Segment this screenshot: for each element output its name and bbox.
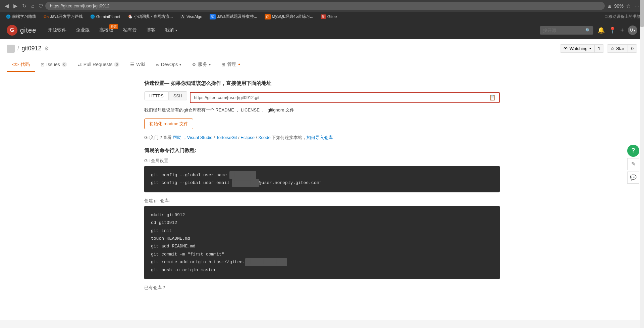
gitee-logo[interactable]: G gitee <box>7 25 36 36</box>
help-link[interactable]: 帮助 <box>173 135 181 140</box>
nav-university[interactable]: 高校版 特惠 <box>95 21 118 39</box>
code-init: git init <box>151 227 493 235</box>
tab-services[interactable]: ⚙ 服务 ▾ <box>186 58 216 72</box>
bookmark-mysql[interactable]: 商 MySQL经典45道练习... <box>262 13 316 20</box>
mobile-bookmarks[interactable]: □ 移动设备上的书签 <box>605 14 641 19</box>
scrollbar-thumb[interactable] <box>640 0 644 27</box>
proto-tab-https[interactable]: HTTPS <box>144 91 169 100</box>
tab-manage[interactable]: ⊞ 管理 • <box>216 58 246 72</box>
repo-tabs: </> 代码 ⊡ Issues 0 ⇄ Pull Requests 0 ☰ Wi… <box>7 58 637 72</box>
gitee-navbar: G gitee 开源软件 企业版 高校版 特惠 私有云 博客 我的 ▾ 🔍 🔔 … <box>0 21 644 39</box>
repo-title-row: / git0912 ⚙ 👁 Watching ▾ 1 ☆ Star <box>7 44 637 57</box>
question-mark-icon: ? <box>632 147 635 154</box>
bookmark-java-interview[interactable]: 知 Java面试题及答案整... <box>207 13 260 20</box>
devops-dropdown: ▾ <box>179 63 181 66</box>
repo-settings-icon[interactable]: ⚙ <box>44 45 49 52</box>
manage-icon: ⊞ <box>221 62 225 67</box>
grid-icon[interactable]: ⊞ <box>607 3 611 9</box>
repo-header: / git0912 ⚙ 👁 Watching ▾ 1 ☆ Star <box>0 39 644 72</box>
nav-private-label: 私有云 <box>123 27 137 33</box>
bookmark-icon: 🌐 <box>6 14 11 19</box>
devops-icon: ∞ <box>156 62 159 67</box>
more-icon[interactable]: ⋯ <box>633 3 641 9</box>
scrollbar[interactable] <box>640 0 644 320</box>
remote-url-redacted: ████████████████ <box>245 258 287 266</box>
tab-pulls[interactable]: ⇄ Pull Requests 0 <box>72 58 125 72</box>
user-avatar[interactable]: U ▾ <box>628 26 637 35</box>
init-readme-button[interactable]: 初始化 readme 文件 <box>144 119 193 129</box>
wiki-icon: ☰ <box>130 62 135 67</box>
repo-url-input[interactable] <box>194 95 489 100</box>
watch-btn-main[interactable]: 👁 Watching ▾ <box>560 45 595 52</box>
gitee-logo-circle: G <box>7 25 17 36</box>
watch-dropdown-icon: ▾ <box>589 47 591 50</box>
watch-count[interactable]: 1 <box>595 45 604 52</box>
nav-opensource-label: 开源软件 <box>48 27 66 33</box>
navbar-icons: 🔔 📍 + U ▾ <box>597 26 637 35</box>
star-btn-main[interactable]: ☆ Star <box>607 45 628 52</box>
star-icon[interactable]: ☆ <box>626 3 631 9</box>
tab-wiki[interactable]: ☰ Wiki <box>125 58 150 72</box>
back-button[interactable]: ◀ <box>3 2 10 10</box>
quick-setup-title: 快速设置— 如果你知道该怎么操作，直接使用下面的地址 <box>144 80 500 87</box>
issues-icon: ⊡ <box>41 62 45 67</box>
plus-icon[interactable]: + <box>620 27 624 34</box>
star-label: Star <box>616 46 624 51</box>
edit-float-button[interactable]: ✎ <box>627 158 639 170</box>
bookmark-icon: G <box>321 14 326 19</box>
code-icon: </> <box>12 62 19 67</box>
visual-studio-link[interactable]: Visual Studio <box>187 135 213 140</box>
bookmark-xiaoji[interactable]: 🐔 小鸡词典 - 查网络流... <box>125 13 176 20</box>
bookmark-label: 前端学习路线 <box>12 14 36 19</box>
repo-name[interactable]: git0912 <box>21 45 41 52</box>
tortoise-link[interactable]: TortoiseGit <box>216 135 237 140</box>
quick-setup-section: 快速设置— 如果你知道该怎么操作，直接使用下面的地址 HTTPS SSH 📋 我… <box>144 80 500 141</box>
search-container: 🔍 <box>540 26 593 35</box>
tab-services-label: 服务 <box>198 61 207 67</box>
address-bar[interactable] <box>45 2 605 10</box>
repo-separator: / <box>17 46 19 52</box>
copy-icon[interactable]: 📋 <box>489 94 496 101</box>
help-float-button[interactable]: ? <box>627 145 639 157</box>
bell-icon[interactable]: 🔔 <box>597 27 605 34</box>
bookmark-visalgo[interactable]: A VisuAlgo <box>177 14 205 20</box>
location-icon[interactable]: 📍 <box>609 27 616 34</box>
bookmark-java[interactable]: On Java开发学习路线 <box>41 13 86 20</box>
nav-opensource[interactable]: 开源软件 <box>43 21 71 39</box>
code-cd: cd git0912 <box>151 219 493 227</box>
page-content: / git0912 ⚙ 👁 Watching ▾ 1 ☆ Star <box>0 39 644 320</box>
bookmark-icon: A <box>180 14 185 19</box>
bookmark-frontend[interactable]: 🌐 前端学习路线 <box>3 13 39 20</box>
star-button: ☆ Star 0 <box>607 44 637 53</box>
nav-enterprise[interactable]: 企业版 <box>71 21 95 39</box>
import-link[interactable]: 如何导入仓库 <box>307 135 333 140</box>
star-count[interactable]: 0 <box>628 45 637 52</box>
repo-actions: 👁 Watching ▾ 1 ☆ Star 0 <box>560 44 637 53</box>
nav-blog[interactable]: 博客 <box>142 21 160 39</box>
bookmark-label: GeminiPlanet <box>96 14 120 19</box>
bookmark-icon: On <box>44 15 49 19</box>
bookmark-gemini[interactable]: 🌐 GeminiPlanet <box>88 14 123 20</box>
home-button[interactable]: ⌂ <box>30 2 36 10</box>
nav-mine[interactable]: 我的 ▾ <box>160 21 182 39</box>
proto-tab-ssh[interactable]: SSH <box>169 91 187 100</box>
pulls-icon: ⇄ <box>78 62 82 67</box>
chat-float-button[interactable]: 💬 <box>627 172 639 184</box>
gitee-logo-text: gitee <box>20 27 36 34</box>
tab-code[interactable]: </> 代码 <box>7 58 35 72</box>
eclipse-link[interactable]: Eclipse <box>240 135 255 140</box>
tab-devops[interactable]: ∞ DevOps ▾ <box>151 58 187 72</box>
code-touch: touch README.md <box>151 235 493 242</box>
nav-private[interactable]: 私有云 <box>118 21 142 39</box>
xcode-link[interactable]: Xcode <box>258 135 271 140</box>
git-help-text: Git入门？查看 帮助 ，Visual Studio / TortoiseGit… <box>144 135 500 141</box>
bookmark-gitee[interactable]: G Gitee <box>318 14 339 20</box>
bookmark-label: Gitee <box>327 14 337 19</box>
forward-button[interactable]: ▶ <box>12 2 19 10</box>
watch-button: 👁 Watching ▾ 1 <box>560 44 604 53</box>
refresh-button[interactable]: ↻ <box>21 2 28 10</box>
tab-wiki-label: Wiki <box>136 62 145 67</box>
university-badge: 特惠 <box>109 24 118 29</box>
tab-issues[interactable]: ⊡ Issues 0 <box>35 58 72 72</box>
gitee-nav-links: 开源软件 企业版 高校版 特惠 私有云 博客 我的 ▾ <box>43 21 182 39</box>
